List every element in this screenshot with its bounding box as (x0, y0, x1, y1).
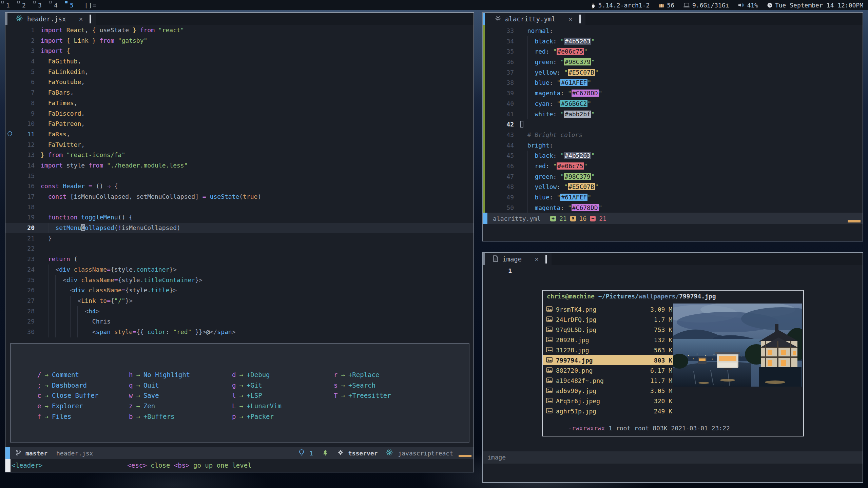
workspace-list: 12345 (0, 0, 80, 10)
code-line-49[interactable]: 49blue: "#61AFEF" (485, 192, 863, 203)
code-line-25[interactable]: 25<div className={style.titleContainer}> (5, 275, 474, 286)
workspace-indicator-icon (1, 1, 4, 3)
code-line-29[interactable]: 29Chris (5, 316, 474, 327)
code-line-19[interactable]: 19function toggleMenu() { (5, 212, 474, 223)
code-line-1[interactable]: 1import React, { useState } from "react" (5, 25, 474, 36)
code-line-9[interactable]: 9FaDiscord, (5, 109, 474, 119)
close-icon[interactable]: × (79, 15, 83, 23)
tab-headerjsx[interactable]: header.jsx × (5, 13, 96, 25)
code-line-30[interactable]: 30<span style={{ color: "red" }}>@</span… (5, 327, 474, 337)
code-line-5[interactable]: 5FaLinkedin, (5, 67, 474, 77)
file-row-97q9L5D.jpg[interactable]: 97q9L5D.jpg753 K (543, 325, 675, 335)
code-line-13[interactable]: 13} from "react-icons/fa" (5, 150, 474, 160)
image-file-icon (546, 306, 553, 313)
tab-title: image (502, 255, 522, 263)
code-line-50[interactable]: 50magenta: "#C678DD" (485, 203, 863, 213)
code-line-17[interactable]: 17const [isMenuCollapsed, setMenuCollaps… (5, 192, 474, 202)
line-number: 6 (14, 77, 35, 87)
code-line-38[interactable]: 38blue: "#61AFEF" (485, 78, 863, 88)
close-icon[interactable]: × (535, 255, 539, 263)
code-line-14[interactable]: 14import style from "./header.module.les… (5, 160, 474, 171)
close-icon[interactable]: × (568, 15, 573, 23)
file-name: 24LrDFQ.jpg (556, 316, 651, 323)
code-area[interactable]: 33normal:34black: "#4b5263"35red: "#e06c… (485, 26, 863, 213)
code-line-18[interactable]: 18 (5, 202, 474, 213)
code-line-2[interactable]: 2import { Link } from "gatsby" (5, 36, 474, 46)
image-file-icon (546, 397, 553, 405)
code-line-11[interactable]: 11FaRss, (5, 129, 474, 140)
workspace-2[interactable]: 2 (16, 0, 32, 10)
code-line-7[interactable]: 7FaBars, (5, 87, 474, 98)
code-area[interactable]: 1import React, { useState } from "react"… (5, 25, 474, 337)
code-line-10[interactable]: 10FaPatreon, (5, 119, 474, 129)
status-volume: 41% (738, 2, 758, 9)
code-line-41[interactable]: 41white: "#abb2bf" (485, 109, 863, 120)
code-area[interactable]: 1 (483, 266, 863, 276)
code-line-27[interactable]: 27<Link to={"/"}> (5, 296, 474, 306)
code-line-12[interactable]: 12FaTwitter, (5, 140, 474, 150)
git-branch[interactable]: master (25, 450, 47, 457)
code-line-36[interactable]: 36green: "#98C379" (485, 57, 863, 67)
code-line-39[interactable]: 39magenta: "#C678DD" (485, 88, 863, 99)
code-line-22[interactable]: 22 (5, 243, 474, 254)
file-row-AFq5r6j.jpeg[interactable]: AFq5r6j.jpeg320 K (543, 396, 675, 406)
line-number: 16 (14, 181, 35, 192)
file-row-9rsmTK4.png[interactable]: 9rsmTK4.png3.09 M (543, 304, 675, 314)
workspace-5[interactable]: 5 (64, 0, 80, 10)
code-line-35[interactable]: 35red: "#e06c75" (485, 46, 863, 57)
file-row-31228.jpg[interactable]: 31228.jpg563 K (543, 345, 675, 355)
code-text: <span style={{ color: "red" }}>@</span> (41, 327, 474, 337)
sign-column (485, 67, 494, 78)
code-line-48[interactable]: 48yellow: "#E5C07B" (485, 182, 863, 192)
file-row-20920.jpg[interactable]: 20920.jpg132 K (543, 335, 675, 345)
code-line-21[interactable]: 21} (5, 233, 474, 244)
code-line-47[interactable]: 47green: "#98C379" (485, 172, 863, 182)
tab-image[interactable]: image × (483, 253, 552, 265)
command-line[interactable]: <leader> <esc> close <bs> go up one leve… (5, 459, 474, 472)
code-line-28[interactable]: 28<h4> (5, 306, 474, 317)
code-line-46[interactable]: 46red: "#e06c75" (485, 161, 863, 172)
workspace-1[interactable]: 1 (0, 0, 16, 10)
code-text: FaTwitter, (41, 140, 474, 150)
tab-alacritty[interactable]: alacritty.yml × (485, 13, 585, 25)
code-line-16[interactable]: 16const Header = () ⇒ { (5, 181, 474, 192)
file-row-aghr5Ip.jpg[interactable]: aghr5Ip.jpg249 K (543, 406, 675, 416)
code-line-37[interactable]: 37yellow: "#E5C07B" (485, 67, 863, 78)
code-line-4[interactable]: 4FaGithub, (5, 56, 474, 67)
file-row-24LrDFQ.jpg[interactable]: 24LrDFQ.jpg1.7 M (543, 314, 675, 325)
file-row-ad6v90y.jpg[interactable]: ad6v90y.jpg3.05 M (543, 386, 675, 396)
file-row-882720.png[interactable]: 882720.png6.17 M (543, 365, 675, 375)
sign-column (485, 192, 494, 203)
code-line-43[interactable]: 43# Bright colors (485, 130, 863, 140)
code-line-1[interactable]: 1 (483, 266, 863, 276)
sign-column (5, 181, 14, 192)
code-line-24[interactable]: 24<div className={style.container}> (5, 265, 474, 275)
workspace-3[interactable]: 3 (32, 0, 48, 10)
code-line-20[interactable]: 20setMenuCollapsed(!isMenuCollapsed) (5, 223, 474, 233)
code-line-6[interactable]: 6FaYoutube, (5, 77, 474, 87)
file-row-a19c482f~.png[interactable]: a19c482f~.png11.7 M (543, 375, 675, 386)
whichkey-binding-p: p→+Packer (232, 411, 282, 422)
statusline: master header.jsx 1 tsserver javascriptr… (5, 447, 474, 459)
code-line-26[interactable]: 26<div className={style.title}> (5, 285, 474, 296)
code-line-44[interactable]: 44bright: (485, 140, 863, 151)
tabline-cursor (579, 15, 581, 23)
code-line-23[interactable]: 23return ( (5, 254, 474, 265)
file-row-799794.jpg[interactable]: 799794.jpg803 K (543, 355, 675, 365)
code-text: FaBars, (41, 87, 474, 98)
code-line-15[interactable]: 15 (5, 171, 474, 181)
line-number: 39 (494, 88, 514, 99)
code-line-3[interactable]: 3import { (5, 46, 474, 56)
code-line-42[interactable]: 42 (485, 119, 863, 130)
code-line-40[interactable]: 40cyan: "#56B6C2" (485, 99, 863, 109)
code-line-33[interactable]: 33normal: (485, 26, 863, 36)
code-text: black: "#4b5263" (520, 151, 863, 161)
line-number: 11 (14, 129, 35, 140)
code-text: green: "#98C379" (520, 172, 863, 182)
code-line-8[interactable]: 8FaTimes, (5, 98, 474, 109)
gear-icon (337, 449, 344, 457)
image-file-icon (546, 347, 553, 354)
code-line-34[interactable]: 34black: "#4b5263" (485, 36, 863, 47)
code-line-45[interactable]: 45black: "#4b5263" (485, 151, 863, 161)
workspace-4[interactable]: 4 (48, 0, 64, 10)
